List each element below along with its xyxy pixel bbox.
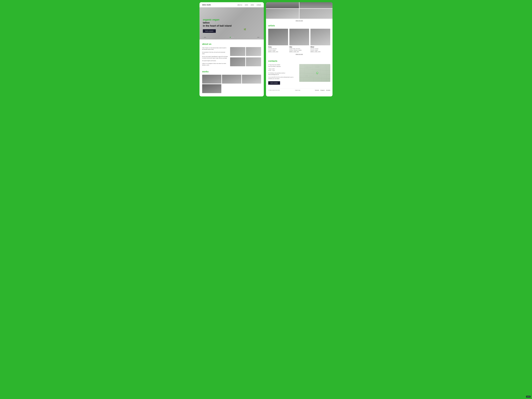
contacts-cta-button[interactable]: book a session: [268, 81, 280, 85]
artist-desc-oliver: Dot work, oriental. Russian, English.: [310, 48, 330, 51]
about-section: about us Tattoo Studio is an internation…: [200, 39, 264, 70]
footer-vkontakte-link[interactable]: vkontakte: [326, 90, 330, 91]
about-image-4: [246, 57, 261, 66]
artist-photo-alex: [289, 29, 309, 45]
about-image-3: [230, 57, 245, 66]
footer-facebook-link[interactable]: facebook: [315, 90, 319, 91]
works-grid: [202, 75, 261, 93]
artist-handle-anna: @tattoo_master_anna: [268, 51, 288, 52]
nav-link-works[interactable]: works: [245, 4, 248, 6]
artist-desc-anna: Dot work, fine lines. Russian, English.: [268, 48, 288, 51]
about-image-1: [230, 47, 245, 56]
footer: © Tattoo studio 2015-2021 ↑ back to top …: [266, 88, 332, 91]
artists-section: artists Anna Dot work, fine lines. Russi…: [266, 23, 332, 58]
work-image-2: [222, 75, 241, 83]
hero-title-green: organic vegan: [203, 18, 232, 21]
about-image-2: [246, 47, 261, 56]
leaf-decoration-icon: 🌿: [244, 28, 246, 31]
works-title: works: [202, 70, 261, 73]
nav-item-about[interactable]: about us: [238, 4, 242, 6]
about-title: about us: [202, 43, 261, 45]
artist-photo-oliver: [310, 29, 330, 45]
work-image-4: [202, 84, 221, 93]
works-mid-image-2: [299, 9, 332, 19]
contacts-hours: 7 days a week 10 am — 6 pm: [268, 68, 297, 71]
ui-badge: ui ✦✦: [526, 396, 531, 398]
works-section: works: [200, 70, 264, 96]
brand-name: tattoo studio: [202, 4, 211, 6]
work-image-3: [242, 75, 261, 83]
artists-show-more-link[interactable]: show me more: [268, 52, 330, 56]
artists-title: artists: [268, 24, 330, 27]
artist-card-alex: Alex Graphic tattoo, fine lines. Russian…: [289, 29, 309, 52]
svg-rect-8: [305, 66, 309, 68]
contacts-address: Jl. Raya Nusa Dua Selatan Nusa Dua 80363…: [268, 64, 297, 67]
artist-name-anna: Anna: [268, 46, 288, 48]
about-para-3: We use only organic hypoallergenic vegan…: [202, 56, 228, 59]
nav-link-artists[interactable]: artists: [251, 4, 254, 6]
navbar: tattoo studio about us works artists con…: [200, 2, 264, 7]
hero-navigation: prev next: [200, 37, 264, 38]
about-para-1: Tattoo Studio is an international tattoo…: [202, 47, 228, 50]
left-panel: tattoo studio about us works artists con…: [200, 2, 264, 96]
hero-section: organic vegan tattootattoo in the heart …: [200, 7, 264, 39]
nav-link-contacts[interactable]: contacts: [257, 4, 261, 6]
artist-name-alex: Alex: [289, 46, 309, 48]
artist-card-anna: Anna Dot work, fine lines. Russian, Engl…: [268, 29, 288, 52]
works-top-images: [266, 2, 332, 8]
hero-title-black: tattootattoo in the heart of bali island…: [203, 21, 232, 27]
footer-instagram-link[interactable]: instagram: [320, 90, 325, 91]
works-mid-images: [266, 9, 332, 19]
contacts-section: contacts Jl. Raya Nusa Dua Selatan Nusa …: [266, 58, 332, 86]
hero-dots: [230, 37, 234, 38]
about-para-4: We speak English and Russian.: [202, 60, 228, 62]
works-top-image-1: [266, 2, 299, 8]
artist-card-oliver: Oliver Dot work, oriental. Russian, Engl…: [310, 29, 330, 52]
hero-dot-1[interactable]: [230, 37, 231, 38]
footer-back-to-top[interactable]: ↑ back to top: [295, 90, 300, 91]
page-container: tattoo studio about us works artists con…: [200, 2, 332, 96]
about-text: Tattoo Studio is an international tattoo…: [202, 47, 228, 67]
nav-links: about us works artists contacts: [238, 4, 261, 6]
artists-grid: Anna Dot work, fine lines. Russian, Engl…: [268, 29, 330, 52]
works-top-image-2: [299, 2, 332, 8]
about-images-grid: [230, 47, 261, 67]
footer-social-links: facebook instagram vkontakte: [315, 90, 330, 91]
about-para-2: We specialize in fine lines, dot work an…: [202, 51, 228, 55]
right-panel: show me more artists Anna Dot work, fine…: [266, 2, 332, 96]
artist-handle-alex: @tattoo_master_alex: [289, 51, 309, 52]
about-content: Tattoo Studio is an international tattoo…: [202, 47, 261, 67]
works-mid-image-1: [266, 9, 299, 19]
footer-copyright: © Tattoo studio 2015-2021: [268, 90, 280, 91]
nav-item-contacts[interactable]: contacts: [257, 4, 261, 6]
contacts-info: Jl. Raya Nusa Dua Selatan Nusa Dua 80363…: [268, 64, 297, 85]
nav-item-works[interactable]: works: [245, 4, 248, 6]
hero-dot-2[interactable]: [231, 37, 232, 38]
about-para-5: Follow us on Instagram to learn more abo…: [202, 63, 228, 66]
contacts-email: For booking or any questions email us: t…: [268, 72, 297, 76]
hero-dot-3[interactable]: [233, 37, 234, 38]
artist-desc-alex: Graphic tattoo, fine lines. Russian, Ukr…: [289, 48, 309, 51]
contacts-content: Jl. Raya Nusa Dua Selatan Nusa Dua 80363…: [268, 64, 330, 85]
artist-name-oliver: Oliver: [310, 46, 330, 48]
contacts-title: contacts: [268, 60, 330, 62]
map-grid-lines: [299, 64, 330, 82]
work-image-1: [202, 75, 221, 83]
hero-next-button[interactable]: next: [257, 37, 261, 38]
contacts-form-text: You can also fill in the form and we wil…: [268, 76, 297, 80]
svg-rect-11: [305, 75, 308, 77]
hero-content: organic vegan tattootattoo in the heart …: [203, 18, 232, 33]
svg-rect-10: [315, 66, 319, 68]
artist-handle-oliver: @tattoo_master_oliver: [310, 51, 330, 52]
nav-item-artists[interactable]: artists: [251, 4, 254, 6]
nav-link-about[interactable]: about us: [238, 4, 242, 6]
hero-cta-button[interactable]: book a session: [203, 29, 216, 33]
works-show-more-link[interactable]: show me more: [266, 19, 332, 23]
svg-rect-12: [309, 76, 313, 77]
artist-photo-anna: [268, 29, 288, 45]
contacts-map: [299, 64, 330, 82]
svg-rect-9: [309, 67, 311, 68]
hero-prev-button[interactable]: prev: [202, 37, 206, 38]
